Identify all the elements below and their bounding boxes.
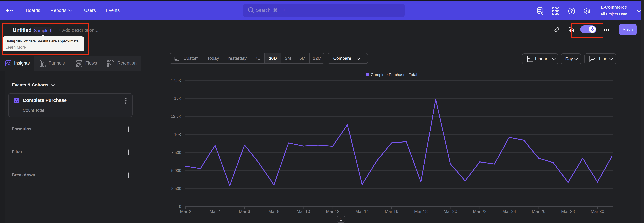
svg-text:Mar 18: Mar 18: [414, 209, 428, 214]
svg-text:Mar 4: Mar 4: [210, 209, 220, 214]
svg-text:Mar 14: Mar 14: [355, 209, 369, 214]
svg-text:15K: 15K: [174, 96, 181, 101]
svg-text:5,000: 5,000: [171, 168, 181, 173]
svg-text:Mar 10: Mar 10: [296, 209, 310, 214]
svg-text:Complete Purchase - Total: Complete Purchase - Total: [371, 73, 417, 77]
svg-text:Mar 8: Mar 8: [268, 209, 280, 214]
svg-text:Mar 2: Mar 2: [180, 209, 191, 214]
svg-text:Mar 6: Mar 6: [239, 209, 250, 214]
svg-text:Mar 20: Mar 20: [444, 209, 457, 214]
svg-text:7,500: 7,500: [171, 150, 181, 155]
svg-text:0: 0: [179, 204, 181, 209]
svg-text:Mar 24: Mar 24: [502, 209, 516, 214]
svg-text:2,500: 2,500: [171, 186, 181, 191]
svg-text:Mar 26: Mar 26: [532, 209, 546, 214]
svg-text:Mar 30: Mar 30: [591, 209, 604, 214]
svg-text:Mar 22: Mar 22: [473, 209, 486, 214]
svg-text:Mar 28: Mar 28: [561, 209, 575, 214]
svg-text:12.5K: 12.5K: [171, 114, 181, 119]
svg-text:Mar 12: Mar 12: [326, 209, 340, 214]
svg-text:10K: 10K: [174, 132, 181, 137]
svg-text:17.5K: 17.5K: [171, 78, 181, 83]
svg-text:Mar 16: Mar 16: [385, 209, 398, 214]
